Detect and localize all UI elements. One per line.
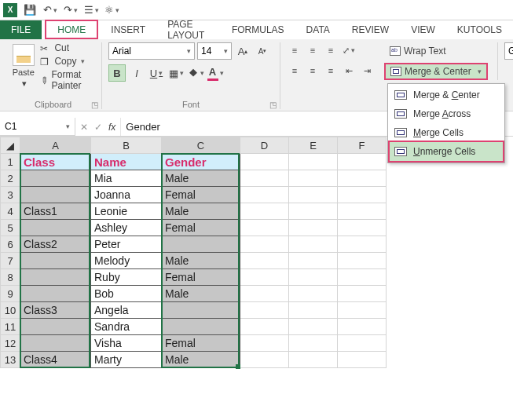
merge-center-button[interactable]: Merge & Center▾: [384, 63, 488, 80]
cell-class[interactable]: [20, 170, 91, 187]
cell-empty[interactable]: [240, 352, 289, 368]
row-header[interactable]: 5: [1, 220, 20, 236]
col-header-A[interactable]: A: [20, 137, 91, 154]
cell-gender[interactable]: Male: [162, 253, 240, 269]
cell-gender[interactable]: [162, 302, 240, 319]
row-header[interactable]: 7: [1, 253, 20, 269]
cell-empty[interactable]: [338, 352, 387, 368]
cell-name[interactable]: Joanna: [91, 187, 162, 203]
row-header[interactable]: 6: [1, 236, 20, 253]
cell-empty[interactable]: [240, 302, 289, 319]
cell-gender[interactable]: Male: [162, 352, 240, 368]
cell-class[interactable]: Class1: [20, 203, 91, 220]
cell-gender[interactable]: [162, 236, 240, 253]
cell-empty[interactable]: [240, 335, 289, 352]
cell-empty[interactable]: [240, 187, 289, 203]
italic-button[interactable]: I: [128, 64, 145, 82]
cell-empty[interactable]: [338, 286, 387, 302]
cell-empty[interactable]: [240, 253, 289, 269]
fill-color-button[interactable]: ◆▾: [187, 64, 204, 82]
qat-touch-icon[interactable]: ☰▾: [83, 2, 99, 18]
tab-page-layout[interactable]: PAGE LAYOUT: [156, 20, 221, 39]
cut-button[interactable]: Cut: [40, 42, 95, 53]
bold-button[interactable]: B: [108, 64, 126, 82]
cell-E1[interactable]: [289, 154, 338, 170]
cell-empty[interactable]: [338, 236, 387, 253]
cell-empty[interactable]: [338, 319, 387, 335]
cell-class[interactable]: [20, 253, 91, 269]
cell-empty[interactable]: [289, 236, 338, 253]
cell-name[interactable]: Sandra: [91, 319, 162, 335]
qat-save-icon[interactable]: 💾: [22, 2, 38, 18]
cell-empty[interactable]: [289, 187, 338, 203]
col-header-E[interactable]: E: [289, 137, 338, 154]
cell-empty[interactable]: [338, 269, 387, 286]
name-box[interactable]: C1▾: [0, 118, 75, 136]
cell-A1[interactable]: Class: [20, 154, 91, 170]
row-header[interactable]: 2: [1, 170, 20, 187]
cell-name[interactable]: Melody: [91, 253, 162, 269]
cell-B1[interactable]: Name: [91, 154, 162, 170]
cell-empty[interactable]: [289, 203, 338, 220]
dialog-launcher-icon[interactable]: ◳: [91, 100, 98, 109]
cell-class[interactable]: [20, 187, 91, 203]
tab-formulas[interactable]: FORMULAS: [221, 20, 295, 39]
enter-icon[interactable]: ✓: [94, 122, 102, 133]
select-all-corner[interactable]: ◢: [1, 137, 20, 154]
cancel-icon[interactable]: ✕: [80, 122, 88, 133]
align-top-button[interactable]: ≡: [287, 42, 302, 58]
cell-empty[interactable]: [338, 187, 387, 203]
cell-empty[interactable]: [289, 220, 338, 236]
font-name-select[interactable]: Arial▾: [108, 42, 195, 60]
copy-button[interactable]: Copy ▾: [40, 56, 95, 67]
row-header[interactable]: 4: [1, 203, 20, 220]
align-middle-button[interactable]: ≡: [305, 42, 321, 58]
menu-merge-cells[interactable]: Merge Cells: [390, 123, 503, 142]
qat-undo-icon[interactable]: ↶▾: [42, 2, 58, 18]
cell-empty[interactable]: [240, 286, 289, 302]
cell-name[interactable]: Leonie: [91, 203, 162, 220]
underline-button[interactable]: U▾: [148, 64, 165, 82]
menu-unmerge-cells[interactable]: Unmerge Cells: [388, 141, 504, 163]
cell-class[interactable]: [20, 220, 91, 236]
increase-indent-button[interactable]: ⇥: [359, 63, 375, 79]
row-header[interactable]: 11: [1, 319, 20, 335]
row-header-1[interactable]: 1: [1, 154, 20, 170]
cell-empty[interactable]: [338, 220, 387, 236]
col-header-C[interactable]: C: [162, 137, 240, 154]
cell-name[interactable]: Bob: [91, 286, 162, 302]
cell-empty[interactable]: [240, 203, 289, 220]
cell-name[interactable]: Marty: [91, 352, 162, 368]
cell-gender[interactable]: Femal: [162, 335, 240, 352]
cell-empty[interactable]: [289, 302, 338, 319]
row-header[interactable]: 8: [1, 269, 20, 286]
tab-insert[interactable]: INSERT: [100, 20, 156, 39]
cell-C1[interactable]: Gender: [162, 154, 240, 170]
cell-empty[interactable]: [289, 352, 338, 368]
row-header[interactable]: 9: [1, 286, 20, 302]
tab-kutools[interactable]: KUTOOLS: [446, 20, 513, 39]
cell-F1[interactable]: [338, 154, 387, 170]
cell-gender[interactable]: Male: [162, 203, 240, 220]
cell-empty[interactable]: [338, 302, 387, 319]
font-size-select[interactable]: 14▾: [197, 42, 232, 60]
row-header[interactable]: 13: [1, 352, 20, 368]
qat-redo-icon[interactable]: ↷▾: [63, 2, 79, 18]
number-format-select[interactable]: Ge: [504, 42, 513, 60]
orientation-button[interactable]: ⤢▾: [341, 42, 357, 58]
cell-gender[interactable]: Femal: [162, 269, 240, 286]
grow-font-button[interactable]: A▴: [234, 42, 251, 60]
cell-class[interactable]: [20, 286, 91, 302]
cell-empty[interactable]: [289, 319, 338, 335]
row-header[interactable]: 3: [1, 187, 20, 203]
cell-empty[interactable]: [240, 236, 289, 253]
col-header-D[interactable]: D: [240, 137, 289, 154]
cell-empty[interactable]: [289, 170, 338, 187]
fx-icon[interactable]: fx: [108, 122, 115, 133]
align-left-button[interactable]: ≡: [287, 63, 302, 79]
cell-class[interactable]: [20, 319, 91, 335]
cell-empty[interactable]: [240, 170, 289, 187]
cell-empty[interactable]: [240, 319, 289, 335]
format-painter-button[interactable]: Format Painter: [40, 69, 95, 91]
borders-button[interactable]: ▦▾: [167, 64, 185, 82]
